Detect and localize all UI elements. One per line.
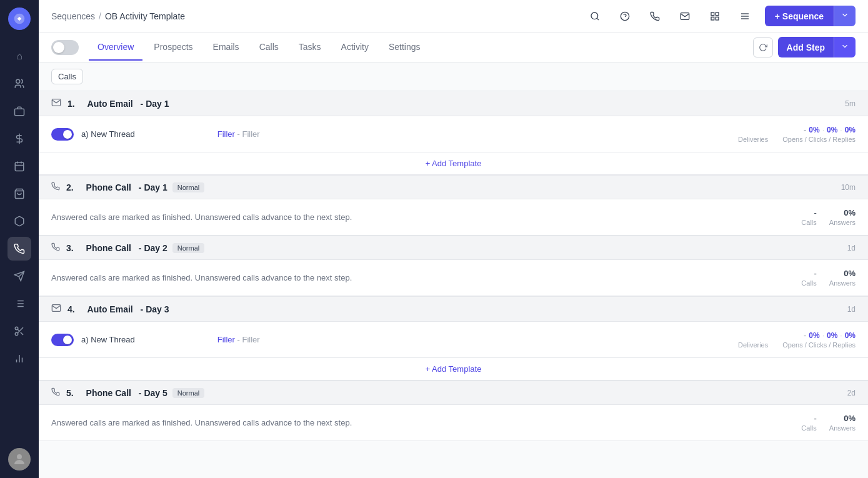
add-step-btn-group: Add Step bbox=[778, 37, 856, 57]
step-1: 1. Auto Email - Day 1 5m a) New Thread F… bbox=[39, 91, 868, 175]
shopping-icon[interactable] bbox=[7, 182, 31, 206]
phone-topbar-icon[interactable] bbox=[645, 6, 665, 26]
step-4-metrics: - 0% · 0% · 0% Deliveries Opens / Clicks… bbox=[738, 331, 856, 349]
step-5: 5. Phone Call - Day 5 Normal 2d Answered… bbox=[39, 381, 868, 441]
calls-metric-3: - Calls bbox=[801, 269, 816, 287]
sidebar: ⌂ bbox=[0, 0, 39, 478]
app-logo[interactable] bbox=[8, 7, 31, 30]
deliveries-dash-4: - bbox=[804, 331, 806, 340]
step-5-body: Answered calls are marked as finished. U… bbox=[39, 405, 868, 441]
filler-name-link-1[interactable]: Filler bbox=[217, 129, 235, 139]
step-5-header: 5. Phone Call - Day 5 Normal 2d bbox=[39, 381, 868, 405]
clicks-val-4: 0% bbox=[827, 331, 837, 340]
svg-point-25 bbox=[17, 454, 22, 459]
answers-metric-2: 0% Answers bbox=[829, 208, 856, 226]
step-5-desc: Answered calls are marked as finished. U… bbox=[51, 418, 352, 427]
add-template-row-4: + Add Template bbox=[39, 358, 868, 381]
user-avatar[interactable] bbox=[8, 448, 31, 471]
new-sequence-btn-group: + Sequence bbox=[765, 6, 856, 26]
topbar-actions: + Sequence bbox=[585, 6, 856, 26]
sequence-toggle[interactable] bbox=[51, 40, 79, 55]
sub-label-1: Opens / Clicks / Replies bbox=[782, 136, 856, 143]
calls-metric-2: - Calls bbox=[801, 208, 816, 226]
tab-overview[interactable]: Overview bbox=[89, 34, 142, 61]
svg-line-21 bbox=[17, 329, 19, 331]
filler-link-4: Filler - Filler bbox=[217, 335, 260, 344]
add-template-btn-4[interactable]: + Add Template bbox=[426, 364, 482, 374]
help-icon[interactable] bbox=[615, 6, 635, 26]
briefcase-icon[interactable] bbox=[7, 99, 31, 123]
menu-icon[interactable] bbox=[735, 6, 755, 26]
step-3-title: 3. Phone Call - Day 2 Normal bbox=[66, 243, 204, 253]
answers-metric-3: 0% Answers bbox=[829, 269, 856, 287]
deliveries-label-4: Deliveries bbox=[738, 341, 768, 349]
add-template-btn-1[interactable]: + Add Template bbox=[426, 159, 482, 168]
step-1-header: 1. Auto Email - Day 1 5m bbox=[39, 91, 868, 116]
filler-dash-4: - Filler bbox=[237, 335, 260, 344]
deliveries-dash-1: - bbox=[804, 125, 806, 134]
step-5-metrics: - Calls 0% Answers bbox=[801, 414, 856, 432]
svg-rect-33 bbox=[716, 17, 719, 20]
grid-icon[interactable] bbox=[705, 6, 725, 26]
add-step-dropdown[interactable] bbox=[834, 37, 856, 57]
list-icon[interactable] bbox=[7, 292, 31, 316]
people-icon[interactable] bbox=[7, 72, 31, 96]
phone-sidebar-icon[interactable] bbox=[7, 237, 31, 261]
add-template-row-1: + Add Template bbox=[39, 152, 868, 175]
calendar-icon[interactable] bbox=[7, 154, 31, 178]
dollar-icon[interactable] bbox=[7, 127, 31, 151]
refresh-button[interactable] bbox=[753, 37, 773, 57]
filler-link-1: Filler - Filler bbox=[217, 129, 260, 139]
opens-val-4: 0% bbox=[809, 331, 819, 340]
filter-calls[interactable]: Calls bbox=[51, 69, 83, 84]
sequence-content: Calls 1. Auto Email - Day 1 5m a) New Th… bbox=[39, 62, 868, 478]
tab-settings[interactable]: Settings bbox=[380, 34, 429, 61]
step-3-header: 3. Phone Call - Day 2 Normal 1d bbox=[39, 236, 868, 260]
step-2-metrics: - Calls 0% Answers bbox=[801, 208, 856, 226]
svg-rect-2 bbox=[15, 109, 24, 116]
thread-4-label: a) New Thread bbox=[81, 335, 135, 344]
phone-step-icon-2 bbox=[51, 182, 60, 192]
tabs-right-actions: Add Step bbox=[753, 37, 856, 57]
add-step-button[interactable]: Add Step bbox=[778, 37, 834, 57]
breadcrumb-parent[interactable]: Sequences bbox=[51, 11, 95, 21]
tab-activity[interactable]: Activity bbox=[332, 34, 377, 61]
step-2: 2. Phone Call - Day 1 Normal 10m Answere… bbox=[39, 175, 868, 236]
svg-rect-4 bbox=[15, 162, 24, 171]
step-1-metrics: - 0% · 0% · 0% Deliveries Opens / Clicks… bbox=[738, 125, 856, 143]
breadcrumb-separator: / bbox=[99, 11, 101, 21]
box-icon[interactable] bbox=[7, 209, 31, 233]
svg-point-26 bbox=[591, 12, 598, 19]
breadcrumb: Sequences / OB Activity Template bbox=[51, 11, 185, 21]
mail-icon[interactable] bbox=[675, 6, 695, 26]
calls-metric-5: - Calls bbox=[801, 414, 816, 432]
step-1-thread-row: a) New Thread Filler - Filler - 0% · 0% … bbox=[51, 125, 856, 143]
tool-icon[interactable] bbox=[7, 319, 31, 343]
replies-val-1: 0% bbox=[845, 126, 856, 134]
tab-calls[interactable]: Calls bbox=[251, 34, 287, 61]
step-3-desc: Answered calls are marked as finished. U… bbox=[51, 273, 352, 282]
new-sequence-button[interactable]: + Sequence bbox=[765, 6, 834, 26]
filler-name-link-4[interactable]: Filler bbox=[217, 335, 235, 344]
svg-line-27 bbox=[597, 18, 599, 20]
send-icon[interactable] bbox=[7, 264, 31, 288]
new-sequence-dropdown[interactable] bbox=[834, 6, 856, 26]
step-1-body: a) New Thread Filler - Filler - 0% · 0% … bbox=[39, 116, 868, 152]
tabs-bar: Overview Prospects Emails Calls Tasks Ac… bbox=[39, 32, 868, 62]
thread-1-toggle[interactable] bbox=[51, 128, 74, 141]
home-icon[interactable]: ⌂ bbox=[7, 44, 31, 68]
thread-4-toggle[interactable] bbox=[51, 334, 74, 346]
step-2-title: 2. Phone Call - Day 1 Normal bbox=[66, 182, 204, 192]
tab-emails[interactable]: Emails bbox=[204, 34, 248, 61]
filler-dash-1: - Filler bbox=[237, 129, 260, 139]
chart-icon[interactable] bbox=[7, 347, 31, 371]
answers-metric-5: 0% Answers bbox=[829, 414, 856, 432]
step-2-header: 2. Phone Call - Day 1 Normal 10m bbox=[39, 175, 868, 199]
tab-tasks[interactable]: Tasks bbox=[290, 34, 330, 61]
step-4-title: 4. Auto Email - Day 3 bbox=[67, 304, 169, 314]
tab-prospects[interactable]: Prospects bbox=[145, 34, 201, 61]
step-3-metrics: - Calls 0% Answers bbox=[801, 269, 856, 287]
search-icon[interactable] bbox=[585, 6, 605, 26]
thread-1-label: a) New Thread bbox=[81, 129, 135, 139]
deliveries-label-1: Deliveries bbox=[738, 136, 768, 143]
